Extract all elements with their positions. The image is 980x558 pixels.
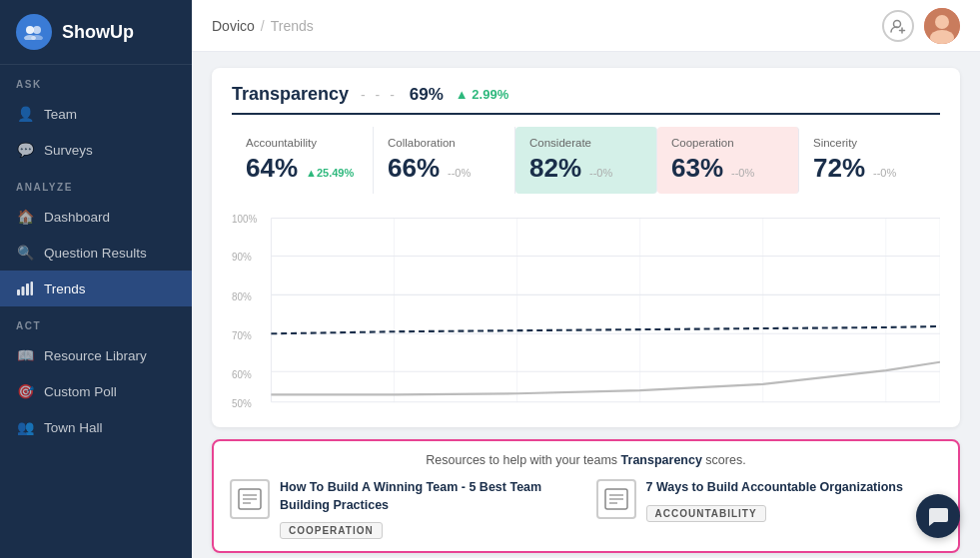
resources-header: Resources to help with your teams Transp… bbox=[230, 453, 942, 467]
trend-chart: 100% 90% 80% 70% 60% 50% bbox=[232, 208, 940, 407]
svg-text:Mar 4: Mar 4 bbox=[616, 405, 644, 407]
breadcrumb: Dovico / Trends bbox=[212, 18, 314, 34]
avatar bbox=[924, 8, 960, 44]
chat-button[interactable] bbox=[916, 494, 960, 538]
metric-collaboration: Collaboration 66% --0% bbox=[374, 127, 515, 194]
svg-text:80%: 80% bbox=[232, 290, 252, 301]
sidebar-item-label: Town Hall bbox=[44, 420, 103, 435]
sidebar-item-label: Dashboard bbox=[44, 210, 110, 225]
transparency-title: Transparency bbox=[232, 84, 349, 105]
svg-point-0 bbox=[26, 26, 34, 34]
svg-text:Feb 18: Feb 18 bbox=[368, 405, 402, 407]
svg-text:Mar 11: Mar 11 bbox=[736, 405, 770, 407]
breadcrumb-separator: / bbox=[261, 18, 265, 34]
resource-info-0: How To Build A Winning Team - 5 Best Tea… bbox=[280, 479, 576, 539]
app-logo: ShowUp bbox=[0, 0, 192, 65]
metrics-row: Accountability 64% ▲25.49% Collaboration… bbox=[232, 127, 940, 194]
sidebar-section-analyze: ANALYZE 🏠 Dashboard 🔍 Question Results T… bbox=[0, 168, 192, 306]
resource-title-0: How To Build A Winning Team - 5 Best Tea… bbox=[280, 479, 576, 514]
metric-accountability: Accountability 64% ▲25.49% bbox=[232, 127, 374, 194]
team-icon: 👤 bbox=[16, 105, 34, 123]
resource-item-1: 7 Ways to Build Accountable Organization… bbox=[596, 479, 943, 539]
town-hall-icon: 👥 bbox=[16, 418, 34, 436]
svg-rect-5 bbox=[22, 286, 25, 295]
svg-point-1 bbox=[33, 26, 41, 34]
header: Dovico / Trends bbox=[192, 0, 980, 52]
resource-icon-0 bbox=[230, 479, 270, 519]
svg-text:70%: 70% bbox=[232, 329, 252, 340]
sidebar-item-resource-library[interactable]: 📖 Resource Library bbox=[0, 337, 192, 373]
sidebar-item-label: Team bbox=[44, 107, 77, 122]
sidebar-item-custom-poll[interactable]: 🎯 Custom Poll bbox=[0, 373, 192, 409]
sidebar-item-trends[interactable]: Trends bbox=[0, 271, 192, 306]
chart-svg: 100% 90% 80% 70% 60% 50% bbox=[232, 208, 940, 407]
header-actions bbox=[882, 8, 960, 44]
sidebar-section-act: ACT 📖 Resource Library 🎯 Custom Poll 👥 T… bbox=[0, 306, 192, 445]
metric-label: Collaboration bbox=[388, 137, 500, 149]
transparency-header: Transparency - - - 69% ▲ 2.99% bbox=[232, 84, 940, 115]
transparency-card: Transparency - - - 69% ▲ 2.99% Accountab… bbox=[212, 68, 960, 427]
question-results-icon: 🔍 bbox=[16, 244, 34, 262]
section-label-ask: ASK bbox=[0, 65, 192, 96]
metric-label: Accountability bbox=[246, 137, 359, 149]
resource-tag-0: COOPERATION bbox=[280, 522, 383, 539]
svg-text:60%: 60% bbox=[232, 368, 252, 379]
sidebar-section-ask: ASK 👤 Team 💬 Surveys bbox=[0, 65, 192, 168]
resources-items: How To Build A Winning Team - 5 Best Tea… bbox=[230, 479, 942, 539]
metric-value: 63% bbox=[671, 153, 723, 184]
resources-highlight: Transparency bbox=[621, 453, 702, 467]
sidebar-item-label: Trends bbox=[44, 281, 86, 296]
metric-value: 72% bbox=[813, 153, 865, 184]
custom-poll-icon: 🎯 bbox=[16, 382, 34, 400]
svg-text:100%: 100% bbox=[232, 213, 257, 224]
svg-rect-7 bbox=[31, 281, 34, 295]
sidebar-item-label: Surveys bbox=[44, 143, 93, 158]
svg-rect-4 bbox=[17, 289, 20, 295]
add-user-button[interactable] bbox=[882, 10, 914, 42]
sidebar: ShowUp ASK 👤 Team 💬 Surveys ANALYZE 🏠 Da… bbox=[0, 0, 192, 558]
breadcrumb-parent: Dovico bbox=[212, 18, 255, 34]
metric-sincerity: Sincerity 72% --0% bbox=[799, 127, 940, 194]
sidebar-item-label: Resource Library bbox=[44, 348, 147, 363]
metric-considerate: Considerate 82% --0% bbox=[515, 127, 657, 194]
content-area: Transparency - - - 69% ▲ 2.99% Accountab… bbox=[192, 52, 980, 558]
section-label-act: ACT bbox=[0, 306, 192, 337]
metric-value: 64% bbox=[246, 153, 298, 184]
logo-icon bbox=[16, 14, 52, 50]
metric-label: Considerate bbox=[529, 137, 642, 149]
dashboard-icon: 🏠 bbox=[16, 208, 34, 226]
breadcrumb-current: Trends bbox=[271, 18, 314, 34]
metric-change: --0% bbox=[589, 167, 612, 179]
surveys-icon: 💬 bbox=[16, 141, 34, 159]
svg-text:Mar 18: Mar 18 bbox=[913, 405, 940, 407]
metric-change: ▲25.49% bbox=[306, 167, 354, 179]
sidebar-item-team[interactable]: 👤 Team bbox=[0, 96, 192, 132]
section-label-analyze: ANALYZE bbox=[0, 168, 192, 199]
transparency-percentage: 69% bbox=[410, 85, 444, 105]
svg-rect-6 bbox=[26, 283, 29, 295]
sidebar-item-dashboard[interactable]: 🏠 Dashboard bbox=[0, 199, 192, 235]
transparency-dashes: - - - bbox=[361, 87, 398, 103]
trends-icon bbox=[16, 279, 34, 297]
app-name: ShowUp bbox=[62, 22, 134, 43]
metric-cooperation: Cooperation 63% --0% bbox=[657, 127, 799, 194]
svg-text:Feb 25: Feb 25 bbox=[490, 405, 524, 407]
main-content: Dovico / Trends bbox=[192, 0, 980, 558]
sidebar-item-label: Custom Poll bbox=[44, 384, 117, 399]
resource-item-0: How To Build A Winning Team - 5 Best Tea… bbox=[230, 479, 576, 539]
resources-header-text: Resources to help with your teams bbox=[426, 453, 620, 467]
sidebar-item-town-hall[interactable]: 👥 Town Hall bbox=[0, 409, 192, 445]
resources-card: Resources to help with your teams Transp… bbox=[212, 439, 960, 553]
svg-text:Feb 11: Feb 11 bbox=[245, 405, 279, 407]
resource-info-1: 7 Ways to Build Accountable Organization… bbox=[646, 479, 943, 522]
resource-library-icon: 📖 bbox=[16, 346, 34, 364]
svg-text:90%: 90% bbox=[232, 251, 252, 262]
resource-title-1: 7 Ways to Build Accountable Organization… bbox=[646, 479, 943, 497]
metric-change: --0% bbox=[873, 167, 896, 179]
metric-value: 66% bbox=[388, 153, 440, 184]
resource-tag-1: ACCOUNTABILITY bbox=[646, 505, 766, 522]
sidebar-item-surveys[interactable]: 💬 Surveys bbox=[0, 132, 192, 168]
resource-icon-1 bbox=[596, 479, 636, 519]
sidebar-item-label: Question Results bbox=[44, 246, 147, 261]
sidebar-item-question-results[interactable]: 🔍 Question Results bbox=[0, 235, 192, 271]
